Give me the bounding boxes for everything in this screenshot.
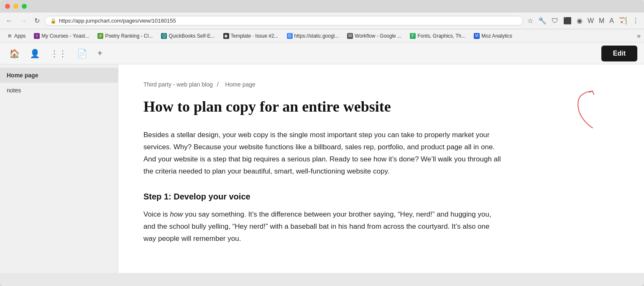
bookmark-apps-label: Apps xyxy=(14,33,26,39)
reload-button[interactable]: ↻ xyxy=(32,15,42,26)
yoast-icon: Y xyxy=(34,33,40,39)
sitemap-icon[interactable]: ⋮⋮ xyxy=(48,46,69,61)
github-icon: ◉ xyxy=(223,33,229,39)
fonts-icon: F xyxy=(410,33,416,39)
bookmark-moz-label: Moz Analytics xyxy=(481,33,512,39)
nav-bar: ← → ↻ 🔒 https://app.jumpchart.com/pages/… xyxy=(0,13,644,29)
moz-icon: M xyxy=(474,33,480,39)
breadcrumb: Third party - web plan blog / Home page xyxy=(143,81,619,88)
step1-body: you say something. It’s the difference b… xyxy=(143,210,491,243)
bookmark-workflow[interactable]: W Workflow - Google ... xyxy=(344,32,405,40)
extension-icon-5[interactable]: W xyxy=(586,15,595,26)
app-toolbar: 🏠 👤 ⋮⋮ 📄 + Edit xyxy=(0,43,644,64)
extension-icon-4[interactable]: ◉ xyxy=(575,15,584,26)
bookmark-workflow-label: Workflow - Google ... xyxy=(355,33,401,39)
url-text: https://app.jumpchart.com/pages/view/101… xyxy=(59,18,518,24)
page-title: How to plan copy for an entire website xyxy=(143,98,619,116)
close-button[interactable] xyxy=(5,4,10,9)
secure-icon: 🔒 xyxy=(50,18,56,24)
body-paragraph-1: Besides a stellar design, your web copy … xyxy=(143,129,503,178)
breadcrumb-parent[interactable]: Third party - web plan blog xyxy=(143,81,213,88)
bookmark-template[interactable]: ◉ Template · Issue #2... xyxy=(220,32,282,40)
content-area: Home page notes Third party - web pla xyxy=(0,64,644,273)
step1-paragraph: Voice is how you say something. It’s the… xyxy=(143,209,503,245)
arrow-decoration xyxy=(569,89,602,133)
bookmark-google[interactable]: G https://static.googl... xyxy=(284,32,342,40)
extension-icon-1[interactable]: 🔧 xyxy=(537,15,548,26)
menu-button[interactable]: ⋮ xyxy=(631,15,641,26)
google-icon: G xyxy=(287,33,293,39)
step1-intro: Voice is xyxy=(143,210,170,218)
quickbooks-icon: Q xyxy=(161,33,167,39)
bookmark-poetry[interactable]: ⚡ Poetry Ranking - Cl... xyxy=(94,32,156,40)
extension-icon-6[interactable]: M xyxy=(597,15,606,26)
bookmark-fonts-label: Fonts, Graphics, Th... xyxy=(417,33,465,39)
sidebar: Home page notes xyxy=(0,64,118,273)
nav-actions: ☆ 🔧 🛡 ⬛ ◉ W M A 🏹 ⋮ xyxy=(526,15,641,26)
bookmark-google-label: https://static.googl... xyxy=(294,33,339,39)
maximize-button[interactable] xyxy=(22,4,27,9)
workflow-icon: W xyxy=(347,33,353,39)
step1-italic: how xyxy=(170,210,183,218)
bookmark-yoast[interactable]: Y My Courses - Yoast... xyxy=(31,32,92,40)
add-icon[interactable]: + xyxy=(95,46,105,61)
minimize-button[interactable] xyxy=(13,4,18,9)
more-bookmarks-button[interactable]: » xyxy=(637,32,641,40)
bookmark-star-button[interactable]: ☆ xyxy=(526,15,535,26)
apps-icon: ⊞ xyxy=(7,33,13,39)
document-icon[interactable]: 📄 xyxy=(74,46,90,61)
bookmark-quickbooks[interactable]: Q QuickBooks Self-E... xyxy=(158,32,218,40)
bookmark-fonts[interactable]: F Fonts, Graphics, Th... xyxy=(406,32,469,40)
page-content: Third party - web plan blog / Home page … xyxy=(118,64,644,273)
back-button[interactable]: ← xyxy=(3,15,15,26)
sidebar-item-homepage[interactable]: Home page xyxy=(0,68,118,83)
extension-icon-7[interactable]: A xyxy=(608,15,616,26)
step1-heading: Step 1: Develop your voice xyxy=(143,189,503,204)
sidebar-item-notes[interactable]: notes xyxy=(0,83,118,98)
bookmark-apps[interactable]: ⊞ Apps xyxy=(3,32,29,40)
bookmarks-bar: ⊞ Apps Y My Courses - Yoast... ⚡ Poetry … xyxy=(0,29,644,43)
breadcrumb-current: Home page xyxy=(225,81,255,88)
bookmark-quickbooks-label: QuickBooks Self-E... xyxy=(169,33,215,39)
extension-icon-2[interactable]: 🛡 xyxy=(550,15,560,26)
bookmark-yoast-label: My Courses - Yoast... xyxy=(41,33,89,39)
breadcrumb-separator: / xyxy=(217,81,219,88)
app-main: 🏠 👤 ⋮⋮ 📄 + Edit Home page notes xyxy=(0,43,644,273)
poetry-icon: ⚡ xyxy=(97,33,103,39)
extension-icon-3[interactable]: ⬛ xyxy=(562,15,573,26)
extension-icon-8[interactable]: 🏹 xyxy=(617,15,629,26)
bookmark-moz[interactable]: M Moz Analytics xyxy=(470,32,515,40)
user-icon[interactable]: 👤 xyxy=(27,46,43,61)
edit-button[interactable]: Edit xyxy=(601,46,637,61)
bookmark-template-label: Template · Issue #2... xyxy=(231,33,279,39)
page-body: Besides a stellar design, your web copy … xyxy=(143,129,503,245)
forward-button[interactable]: → xyxy=(18,15,29,26)
address-bar[interactable]: 🔒 https://app.jumpchart.com/pages/view/1… xyxy=(45,16,523,26)
bookmark-poetry-label: Poetry Ranking - Cl... xyxy=(105,33,153,39)
title-bar xyxy=(0,0,644,13)
home-icon[interactable]: 🏠 xyxy=(7,46,22,61)
